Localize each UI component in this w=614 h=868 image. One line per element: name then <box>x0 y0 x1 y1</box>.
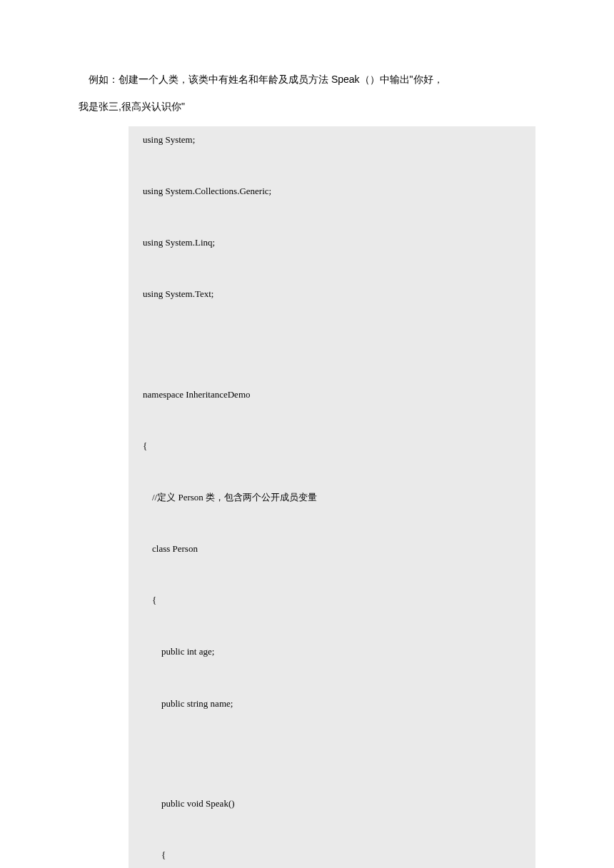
code-empty-line <box>129 256 535 281</box>
code-empty-line <box>129 614 535 638</box>
code-line: public string name; <box>129 690 535 717</box>
code-empty-line <box>129 717 535 742</box>
code-empty-line <box>129 817 535 842</box>
code-empty-line <box>129 742 535 766</box>
code-line: public int age; <box>129 638 535 665</box>
document-page: 例如：创建一个人类，该类中有姓名和年龄及成员方法 Speak（）中输出"你好， … <box>0 0 614 868</box>
code-line: { <box>129 842 535 868</box>
code-line: using System.Text; <box>129 281 535 308</box>
code-line: public void Speak() <box>129 790 535 817</box>
code-empty-line <box>129 205 535 229</box>
code-block: using System;using System.Collections.Ge… <box>129 126 535 868</box>
code-line: using System.Collections.Generic; <box>129 178 535 205</box>
code-empty-line <box>129 460 535 484</box>
code-empty-line <box>129 333 535 357</box>
code-empty-line <box>129 511 535 535</box>
code-empty-line <box>129 357 535 381</box>
code-line: using System; <box>129 126 535 153</box>
code-line: { <box>129 433 535 460</box>
code-line: class Person <box>129 535 535 562</box>
code-empty-line <box>129 308 535 333</box>
code-line: using System.Linq; <box>129 229 535 256</box>
intro-text-line2: 我是张三,很高兴认识你" <box>79 99 535 114</box>
code-empty-line <box>129 562 535 587</box>
code-empty-line <box>129 153 535 178</box>
code-empty-line <box>129 766 535 790</box>
code-line: //定义 Person 类，包含两个公开成员变量 <box>129 484 535 511</box>
code-line: namespace InheritanceDemo <box>129 381 535 408</box>
code-line: { <box>129 587 535 614</box>
code-empty-line <box>129 408 535 433</box>
code-empty-line <box>129 666 535 690</box>
intro-text-line1: 例如：创建一个人类，该类中有姓名和年龄及成员方法 Speak（）中输出"你好， <box>79 71 535 87</box>
